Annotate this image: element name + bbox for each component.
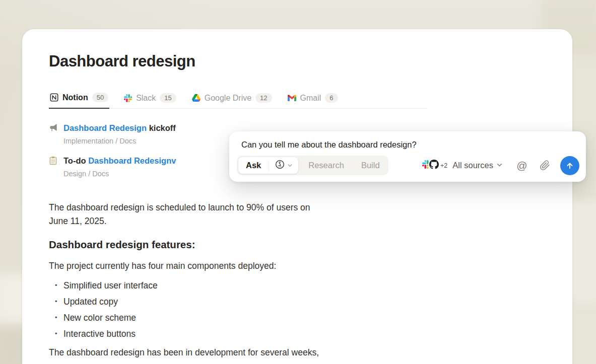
tab-gmail[interactable]: Gmail 6: [287, 93, 339, 108]
result-text: To-do Dashboard Redesignv Design / Docs: [63, 155, 176, 178]
tab-count-badge: 15: [160, 93, 176, 103]
bullet-list: Simplified user interface Updated copy N…: [55, 277, 331, 342]
ai-chat-input-box[interactable]: Can you tell me about the dashboard rede…: [229, 131, 586, 182]
slack-icon: [124, 94, 132, 102]
notion-ai-model-icon: [275, 159, 285, 172]
tab-google-drive[interactable]: Google Drive 12: [191, 93, 273, 108]
notion-logo-icon: [50, 93, 58, 102]
megaphone-icon: [49, 122, 58, 145]
github-icon: [429, 160, 439, 171]
mode-active-group: Ask: [238, 157, 298, 174]
gmail-icon: [288, 95, 296, 101]
tab-label: Notion: [62, 93, 88, 102]
chat-controls: Ask Research Build: [229, 152, 586, 182]
google-drive-icon: [192, 94, 201, 102]
model-selector-button[interactable]: [269, 157, 298, 174]
result-breadcrumb: Design / Docs: [63, 170, 176, 178]
tab-label: Google Drive: [205, 94, 251, 103]
chevron-down-icon: [496, 161, 503, 170]
send-arrow-icon: [565, 161, 574, 170]
list-item: Updated copy: [55, 294, 331, 310]
list-item: Interactive buttons: [55, 326, 331, 342]
result-title-highlight[interactable]: Dashboard Redesignv: [88, 156, 176, 165]
tab-slack[interactable]: Slack 15: [123, 93, 177, 108]
ask-mode-button[interactable]: Ask: [238, 157, 269, 174]
chat-question-text[interactable]: Can you tell me about the dashboard rede…: [229, 131, 586, 152]
extra-sources-count: +2: [440, 162, 447, 169]
result-title-highlight[interactable]: Dashboard Redesign: [63, 123, 147, 132]
list-item: Simplified user interface: [55, 277, 331, 294]
paragraph: The dashboard redesign has been in devel…: [49, 346, 331, 359]
send-button[interactable]: [560, 156, 579, 175]
main-card: Dashboard redesign Notion 50 Slack 15 Go…: [22, 29, 572, 364]
tab-count-badge: 50: [92, 93, 108, 102]
result-title: Dashboard Redesign kickoff: [63, 122, 176, 134]
result-title-rest: kickoff: [147, 123, 176, 132]
source-avatars: [422, 160, 439, 171]
section-heading: Dashboard redesign features:: [49, 239, 331, 251]
document-body: The dashboard redesign is scheduled to l…: [49, 201, 331, 359]
tab-notion[interactable]: Notion 50: [49, 93, 109, 109]
clipboard-icon: [49, 155, 58, 178]
tab-count-badge: 12: [255, 93, 272, 103]
page-title: Dashboard redesign: [49, 52, 572, 70]
mention-icon[interactable]: @: [515, 160, 529, 172]
chevron-down-icon: [287, 161, 293, 170]
paragraph: The project currently has four main comp…: [49, 259, 331, 273]
tab-count-badge: 6: [325, 93, 338, 103]
research-mode-button[interactable]: Research: [300, 156, 353, 175]
source-tabs: Notion 50 Slack 15 Google Drive 12 Gmail…: [49, 93, 427, 109]
list-item: New color scheme: [55, 310, 331, 326]
result-title-prefix: To-do: [63, 156, 88, 165]
result-title: To-do Dashboard Redesignv: [63, 155, 176, 167]
tab-label: Gmail: [300, 94, 321, 103]
build-mode-button[interactable]: Build: [353, 156, 388, 175]
mode-segmented-control: Ask Research Build: [237, 156, 388, 175]
sources-label: All sources: [452, 161, 493, 170]
sources-selector[interactable]: +2 All sources: [422, 160, 503, 171]
paragraph: The dashboard redesign is scheduled to l…: [49, 201, 323, 228]
result-breadcrumb: Implementation / Docs: [63, 137, 176, 145]
tab-label: Slack: [136, 94, 156, 103]
result-text: Dashboard Redesign kickoff Implementatio…: [63, 122, 176, 145]
paperclip-icon[interactable]: [537, 160, 552, 171]
